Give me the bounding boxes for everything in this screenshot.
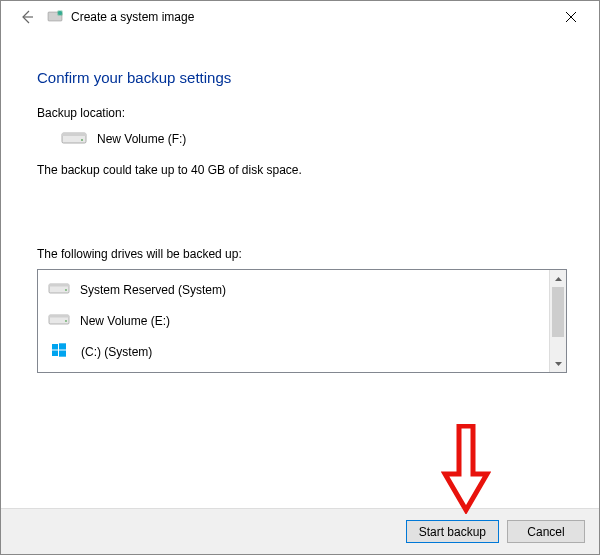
svg-point-14 xyxy=(65,320,67,322)
scroll-thumb[interactable] xyxy=(552,287,564,337)
scrollbar[interactable] xyxy=(549,270,566,372)
list-item[interactable]: (C:) (System) xyxy=(44,336,543,367)
close-icon xyxy=(566,12,576,22)
scroll-track[interactable] xyxy=(550,287,566,355)
svg-rect-18 xyxy=(59,351,66,357)
page-heading: Confirm your backup settings xyxy=(37,69,567,86)
window-title: Create a system image xyxy=(71,10,194,24)
button-bar: Start backup Cancel xyxy=(1,508,599,554)
svg-rect-15 xyxy=(52,344,58,350)
drive-icon xyxy=(48,280,80,299)
drive-name: New Volume (E:) xyxy=(80,314,170,328)
annotation-arrow-icon xyxy=(441,424,491,514)
svg-rect-7 xyxy=(62,133,86,136)
back-button[interactable] xyxy=(15,5,39,29)
drive-icon xyxy=(61,128,97,149)
drive-icon xyxy=(48,311,80,330)
svg-rect-16 xyxy=(59,343,66,349)
size-info-text: The backup could take up to 40 GB of dis… xyxy=(37,163,567,177)
drives-label: The following drives will be backed up: xyxy=(37,247,567,261)
backup-location-row: New Volume (F:) xyxy=(37,128,567,149)
drive-name: System Reserved (System) xyxy=(80,283,226,297)
close-button[interactable] xyxy=(551,3,591,31)
drives-listbox[interactable]: System Reserved (System) New Volume (E:) xyxy=(37,269,567,373)
cancel-button[interactable]: Cancel xyxy=(507,520,585,543)
back-arrow-icon xyxy=(19,9,35,25)
app-icon xyxy=(47,9,63,25)
windows-logo-icon xyxy=(48,342,81,361)
content-area: Confirm your backup settings Backup loca… xyxy=(1,33,599,373)
list-item[interactable]: System Reserved (System) xyxy=(44,274,543,305)
svg-point-2 xyxy=(58,11,62,15)
chevron-down-icon xyxy=(555,362,562,366)
svg-rect-17 xyxy=(52,351,58,357)
scroll-up-button[interactable] xyxy=(550,270,566,287)
titlebar: Create a system image xyxy=(1,1,599,33)
drives-list-inner: System Reserved (System) New Volume (E:) xyxy=(38,270,549,372)
svg-rect-10 xyxy=(49,284,69,287)
svg-point-11 xyxy=(65,289,67,291)
svg-rect-13 xyxy=(49,315,69,318)
backup-location-value: New Volume (F:) xyxy=(97,132,186,146)
scroll-down-button[interactable] xyxy=(550,355,566,372)
list-item[interactable]: New Volume (E:) xyxy=(44,305,543,336)
drive-name: (C:) (System) xyxy=(81,345,152,359)
chevron-up-icon xyxy=(555,277,562,281)
svg-point-8 xyxy=(81,139,83,141)
backup-location-label: Backup location: xyxy=(37,106,567,120)
start-backup-button[interactable]: Start backup xyxy=(406,520,499,543)
